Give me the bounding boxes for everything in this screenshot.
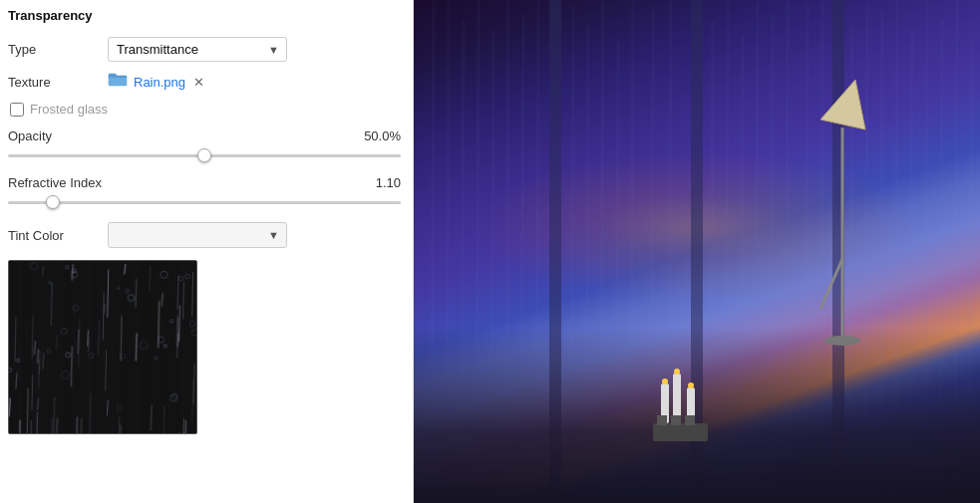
- folder-icon[interactable]: [108, 72, 128, 92]
- frosted-glass-label: Frosted glass: [30, 102, 108, 117]
- refractive-header: Refractive Index 1.10: [8, 175, 401, 190]
- tint-color-label: Tint Color: [8, 228, 108, 243]
- candles-icon: [643, 344, 723, 443]
- type-value: Transmittance Cutout Refraction ▼: [108, 37, 401, 62]
- texture-file-link[interactable]: Rain.png: [134, 75, 185, 90]
- tint-color-dropdown-wrapper: White Black ▼: [108, 222, 287, 248]
- svg-point-43: [674, 369, 680, 375]
- remove-texture-button[interactable]: ✕: [191, 76, 206, 89]
- svg-rect-48: [685, 415, 695, 425]
- tint-color-select[interactable]: White Black: [108, 222, 287, 248]
- opacity-label: Opacity: [8, 128, 52, 143]
- svg-rect-45: [653, 423, 708, 441]
- texture-row: Texture Rain.png ✕: [8, 72, 401, 92]
- lamp-icon: [801, 60, 880, 378]
- preview-panel: [414, 0, 980, 503]
- svg-rect-46: [657, 415, 667, 425]
- refractive-slider-wrapper: [8, 194, 401, 210]
- svg-point-44: [688, 382, 694, 388]
- type-label: Type: [8, 42, 108, 57]
- type-select[interactable]: Transmittance Cutout Refraction: [108, 37, 287, 62]
- tint-color-row: Tint Color White Black ▼: [8, 222, 401, 248]
- svg-point-42: [662, 378, 668, 384]
- thumbnail-canvas: [9, 261, 196, 433]
- opacity-header: Opacity 50.0%: [8, 128, 401, 143]
- svg-marker-35: [820, 80, 865, 129]
- frosted-glass-checkbox[interactable]: [10, 103, 24, 117]
- refractive-slider[interactable]: [8, 201, 401, 204]
- texture-content: Rain.png ✕: [108, 72, 401, 92]
- opacity-row: Opacity 50.0%: [8, 128, 401, 163]
- preview-image: [414, 0, 980, 503]
- texture-label: Texture: [8, 75, 108, 90]
- type-row: Type Transmittance Cutout Refraction ▼: [8, 37, 401, 62]
- transparency-panel: Transparency Type Transmittance Cutout R…: [0, 0, 414, 503]
- texture-thumbnail: [8, 260, 197, 434]
- frosted-glass-row: Frosted glass: [8, 102, 401, 117]
- panel-title: Transparency: [8, 8, 401, 27]
- type-dropdown-wrapper: Transmittance Cutout Refraction ▼: [108, 37, 287, 62]
- opacity-slider-wrapper: [8, 147, 401, 163]
- svg-line-37: [820, 259, 842, 309]
- refractive-row: Refractive Index 1.10: [8, 175, 401, 210]
- svg-point-38: [824, 336, 860, 346]
- refractive-value: 1.10: [376, 175, 401, 190]
- svg-rect-47: [671, 415, 681, 425]
- opacity-value: 50.0%: [364, 128, 401, 143]
- opacity-slider[interactable]: [8, 154, 401, 157]
- texture-value: Rain.png ✕: [108, 72, 401, 92]
- refractive-label: Refractive Index: [8, 175, 102, 190]
